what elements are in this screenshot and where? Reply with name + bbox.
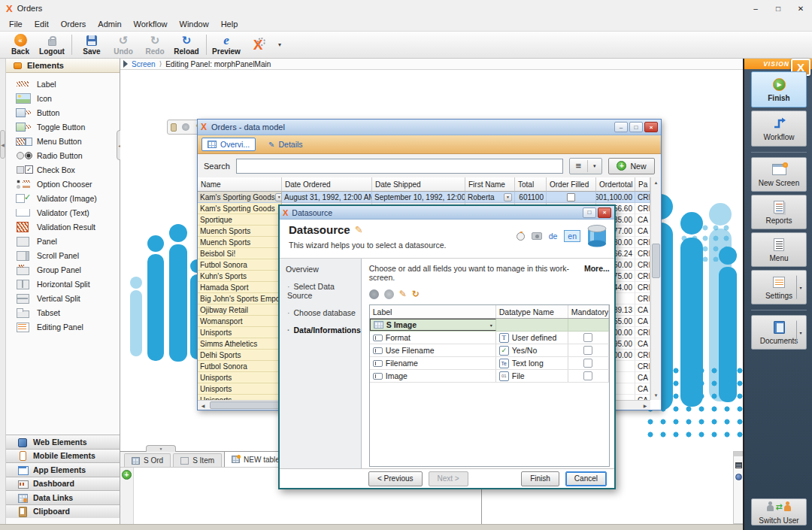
cell-payment[interactable]: CRI: [635, 293, 650, 304]
field-label-cell[interactable]: Image: [370, 370, 496, 382]
field-datatype-cell[interactable]: User defined: [496, 332, 568, 344]
tab-s-ord[interactable]: S Ord: [124, 453, 171, 467]
element-item[interactable]: Panel: [6, 234, 120, 248]
table-menu-button[interactable]: ≡ ▾: [569, 158, 602, 174]
column-header[interactable]: First Name: [465, 177, 515, 192]
cell-name[interactable]: Delhi Sports: [198, 350, 282, 361]
collapsed-right-panel[interactable]: [733, 451, 743, 524]
cancel-button[interactable]: Cancel: [565, 471, 607, 486]
order-filled-checkbox[interactable]: [567, 193, 575, 201]
element-item[interactable]: Editing Panel: [6, 320, 120, 334]
element-item[interactable]: Validation Result: [6, 220, 120, 234]
cell-payment[interactable]: CA: [635, 395, 650, 400]
cell-payment[interactable]: CRI: [635, 282, 650, 293]
cell-name[interactable]: Ojibway Retail: [198, 304, 282, 316]
field-mandatory-cell[interactable]: [568, 319, 609, 331]
column-header[interactable]: Pa: [635, 177, 650, 192]
cell-name[interactable]: Futbol Sonora: [198, 361, 282, 372]
field-mandatory-cell[interactable]: [568, 370, 609, 382]
cell-payment[interactable]: CA: [635, 304, 650, 316]
dialog-restore-icon[interactable]: □: [583, 207, 596, 218]
fields-column-header[interactable]: Datatype Name: [496, 305, 568, 318]
cell-payment[interactable]: CRI: [635, 271, 650, 282]
element-item[interactable]: Option Chooser: [6, 177, 120, 191]
sidebar-finish-button[interactable]: Finish: [751, 71, 807, 108]
vscroll-thumb[interactable]: [652, 244, 660, 278]
search-input[interactable]: [236, 159, 563, 174]
reset-fields-icon[interactable]: ↻: [412, 289, 420, 299]
more-link[interactable]: More...: [584, 264, 610, 282]
logout-button[interactable]: Logout: [36, 32, 68, 58]
element-item[interactable]: Icon: [6, 91, 120, 105]
menu-file[interactable]: File: [3, 18, 29, 30]
menu-window[interactable]: Window: [174, 18, 215, 30]
save-button[interactable]: Save: [76, 32, 108, 58]
menu-orders[interactable]: Orders: [55, 18, 92, 30]
cell-date_shipped[interactable]: September 10, 1992, 12:00 AM: [372, 192, 465, 203]
cell-payment[interactable]: CRI: [635, 350, 650, 361]
dialog-titlebar[interactable]: X Datasource □ ×: [280, 206, 614, 220]
tab-overview[interactable]: Overvi...: [201, 138, 256, 151]
orders-window-titlebar[interactable]: X Orders - data model – □ ×: [198, 120, 661, 135]
scroll-right-icon[interactable]: ▶: [640, 401, 650, 410]
field-datatype-cell[interactable]: [496, 319, 568, 331]
element-item[interactable]: Button: [6, 105, 120, 120]
sidebar-workflow-button[interactable]: Workflow: [751, 111, 807, 147]
tab-s-item[interactable]: S Item: [173, 453, 222, 467]
element-item[interactable]: Horizontal Split: [6, 277, 120, 291]
fields-column-header[interactable]: Label: [370, 305, 496, 318]
mandatory-checkbox[interactable]: [583, 371, 592, 380]
cell-dropdown-icon[interactable]: [504, 193, 512, 201]
cell-first_name[interactable]: Roberta: [465, 192, 515, 203]
cell-payment[interactable]: CA: [635, 316, 650, 327]
element-item[interactable]: Tabset: [6, 305, 120, 320]
cell-name[interactable]: Kam's Sporting Goods: [198, 203, 282, 214]
element-item[interactable]: Label: [6, 77, 120, 91]
minimize-icon[interactable]: –: [744, 0, 767, 17]
cell-payment[interactable]: CA: [635, 383, 650, 395]
trash-icon[interactable]: [171, 123, 177, 132]
accordion-item[interactable]: Clipboard: [6, 504, 120, 519]
cell-order-filled[interactable]: [547, 192, 596, 203]
back-button[interactable]: «Back: [5, 32, 36, 58]
cell-name[interactable]: Kam's Sporting Goods: [198, 192, 282, 203]
orders-minimize-icon[interactable]: –: [614, 122, 628, 132]
cell-name[interactable]: Unisports: [198, 372, 282, 383]
visionx-logo-button[interactable]: X: [242, 32, 274, 58]
add-field-icon[interactable]: [369, 289, 379, 299]
rail-collapse-handle[interactable]: ◀: [0, 130, 5, 159]
column-header[interactable]: Date Shipped: [372, 177, 465, 192]
column-header[interactable]: Total: [515, 177, 547, 192]
table-row[interactable]: Kam's Sporting GoodsAugust 31, 1992, 12:…: [198, 192, 650, 203]
elements-panel-header[interactable]: Elements: [6, 59, 120, 73]
element-item[interactable]: Check Box: [6, 162, 120, 177]
accordion-item[interactable]: Web Elements: [6, 435, 120, 449]
table-stack-icon[interactable]: [735, 462, 742, 468]
orders-maximize-icon[interactable]: □: [629, 122, 643, 132]
fields-column-header[interactable]: Mandatory: [568, 305, 609, 318]
vertical-scrollbar[interactable]: ▲ ▼: [650, 177, 661, 400]
field-row[interactable]: FilenameText long: [370, 357, 609, 370]
cell-payment[interactable]: CRI: [635, 327, 650, 338]
sidebar-new-screen-button[interactable]: New Screen: [751, 157, 807, 192]
element-item[interactable]: Scroll Panel: [6, 248, 120, 262]
field-mandatory-cell[interactable]: [568, 344, 609, 356]
scroll-down-icon[interactable]: ▼: [651, 390, 661, 400]
breadcrumb-screen-link[interactable]: Screen: [132, 60, 156, 68]
field-label-cell[interactable]: Filename: [370, 357, 496, 369]
history-clock-icon[interactable]: [517, 232, 525, 241]
maximize-icon[interactable]: □: [767, 0, 789, 17]
mandatory-checkbox[interactable]: [583, 359, 592, 368]
finish-button[interactable]: Finish: [521, 471, 559, 486]
cell-ordertotal[interactable]: 601,100.00: [596, 192, 635, 203]
column-header[interactable]: Name: [198, 177, 282, 192]
settings-dropdown-icon[interactable]: ▾: [796, 276, 804, 299]
reload-button[interactable]: ↻Reload: [171, 32, 202, 58]
redo-button[interactable]: ↻Redo: [139, 32, 171, 58]
cell-name[interactable]: Muench Sports: [198, 226, 282, 237]
field-label-cell[interactable]: Use Filename: [370, 344, 496, 356]
preview-button[interactable]: ePreview: [211, 32, 242, 58]
cell-name[interactable]: Hamada Sport: [198, 282, 282, 293]
cell-name[interactable]: Unisports: [198, 383, 282, 395]
column-header[interactable]: Ordertotal: [596, 177, 635, 192]
